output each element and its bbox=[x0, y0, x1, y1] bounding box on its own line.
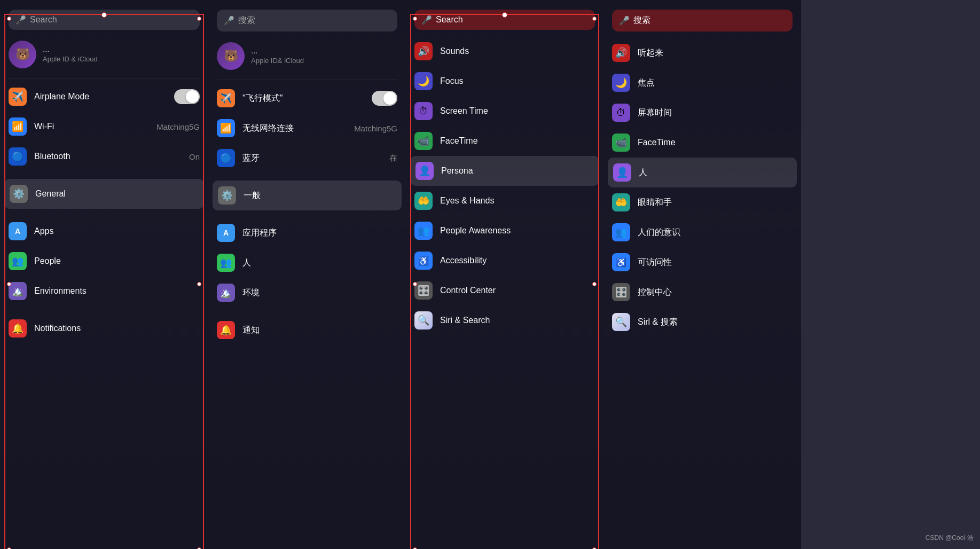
watermark: CSDN @Cool-浩 bbox=[926, 534, 974, 543]
persona-label-zh2: 人 bbox=[639, 167, 791, 178]
notifications-item-en1[interactable]: 🔔 Notifications bbox=[0, 313, 208, 343]
focus-label-en2: Focus bbox=[440, 76, 595, 86]
section-gap3-zh1 bbox=[208, 308, 406, 315]
screentime-item-en2[interactable]: ⏱ Screen Time bbox=[406, 96, 603, 126]
controlcenter-label-en2: Control Center bbox=[440, 286, 595, 295]
bluetooth-label-en1: Bluetooth bbox=[34, 152, 182, 161]
peopleawareness-icon-zh2: 👥 bbox=[612, 223, 630, 241]
divider-after-profile-en1 bbox=[9, 78, 200, 79]
eyeshands-label-en2: Eyes & Hands bbox=[440, 196, 595, 206]
eyeshands-icon-en2: 🤲 bbox=[414, 192, 433, 210]
airplane-mode-item-en1[interactable]: ✈️ Airplane Mode bbox=[0, 82, 208, 112]
wifi-item-en1[interactable]: 📶 Wi-Fi Matching5G bbox=[0, 112, 208, 142]
people-item-en1[interactable]: 👥 People bbox=[0, 246, 208, 276]
search-bar-en2[interactable]: 🎤 Search bbox=[414, 10, 595, 30]
persona-label-en2: Persona bbox=[441, 166, 594, 176]
mic-icon-zh2: 🎤 bbox=[620, 16, 629, 26]
panel-zh-1: 🎤 搜索 🐻 ··· Apple ID& iCloud ✈️ "飞行模式" bbox=[208, 0, 406, 549]
facetime-item-en2[interactable]: 📹 FaceTime bbox=[406, 126, 603, 156]
environments-item-en1[interactable]: 🏔️ Environments bbox=[0, 276, 208, 306]
sounds-icon-en2: 🔊 bbox=[414, 42, 433, 60]
apps-icon-zh1: A bbox=[217, 224, 235, 242]
screentime-icon-en2: ⏱ bbox=[414, 102, 433, 120]
general-item-en1[interactable]: ⚙️ General bbox=[4, 179, 204, 209]
people-item-zh1[interactable]: 👥 人 bbox=[208, 248, 406, 278]
facetime-icon-zh2: 📹 bbox=[612, 134, 630, 152]
eyeshands-item-en2[interactable]: 🤲 Eyes & Hands bbox=[406, 186, 603, 216]
controlcenter-item-zh2[interactable]: 🎛️ 控制中心 bbox=[603, 277, 801, 307]
airplane-icon-en1: ✈️ bbox=[9, 88, 27, 106]
environments-icon-en1: 🏔️ bbox=[9, 282, 27, 300]
profile-name-zh1: ··· bbox=[251, 48, 304, 57]
airplane-toggle-zh1[interactable] bbox=[372, 91, 397, 106]
sounds-label-en2: Sounds bbox=[440, 46, 595, 56]
eyeshands-icon-zh2: 🤲 bbox=[612, 193, 630, 211]
apps-item-en1[interactable]: A Apps bbox=[0, 216, 208, 246]
accessibility-item-en2[interactable]: ♿ Accessibility bbox=[406, 246, 603, 276]
facetime-item-zh2[interactable]: 📹 FaceTime bbox=[603, 128, 801, 158]
bluetooth-label-zh1: 蓝牙 bbox=[242, 153, 382, 164]
section-gap2-zh1 bbox=[208, 210, 406, 218]
focus-icon-zh2: 🌙 bbox=[612, 74, 630, 92]
eyeshands-label-zh2: 眼睛和手 bbox=[638, 197, 793, 208]
facetime-label-en2: FaceTime bbox=[440, 136, 595, 146]
eyeshands-item-zh2[interactable]: 🤲 眼睛和手 bbox=[603, 187, 801, 217]
section-gap-zh1 bbox=[208, 173, 406, 181]
sounds-item-en2[interactable]: 🔊 Sounds bbox=[406, 36, 603, 66]
environments-icon-zh1: 🏔️ bbox=[217, 284, 235, 302]
bluetooth-icon-en1: 🔵 bbox=[9, 147, 27, 166]
section-gap-en1 bbox=[0, 171, 208, 179]
screentime-item-zh2[interactable]: ⏱ 屏幕时间 bbox=[603, 98, 801, 128]
general-label-zh1: 一般 bbox=[244, 190, 396, 201]
profile-row-zh1[interactable]: 🐻 ··· Apple ID& iCloud bbox=[208, 38, 406, 76]
sounds-item-zh2[interactable]: 🔊 听起来 bbox=[603, 38, 801, 68]
general-icon-zh1: ⚙️ bbox=[218, 186, 236, 205]
sounds-label-zh2: 听起来 bbox=[638, 48, 793, 59]
sirisearch-item-en2[interactable]: 🔍 Siri & Search bbox=[406, 305, 603, 335]
panel-zh-1-content: 🎤 搜索 🐻 ··· Apple ID& iCloud ✈️ "飞行模式" bbox=[208, 10, 406, 549]
bluetooth-icon-zh1: 🔵 bbox=[217, 149, 235, 167]
airplane-toggle-en1[interactable] bbox=[174, 89, 200, 104]
people-label-en1: People bbox=[34, 256, 200, 266]
bluetooth-item-zh1[interactable]: 🔵 蓝牙 在 bbox=[208, 143, 406, 173]
screentime-label-en2: Screen Time bbox=[440, 106, 595, 116]
accessibility-icon-en2: ♿ bbox=[414, 252, 433, 270]
people-icon-en1: 👥 bbox=[9, 252, 27, 270]
notifications-item-zh1[interactable]: 🔔 通知 bbox=[208, 315, 406, 345]
search-bar-en1[interactable]: 🎤 Search bbox=[9, 10, 200, 30]
airplane-mode-item-zh1[interactable]: ✈️ "飞行模式" bbox=[208, 83, 406, 113]
peopleawareness-item-zh2[interactable]: 👥 人们的意识 bbox=[603, 217, 801, 247]
environments-label-en1: Environments bbox=[34, 286, 200, 296]
focus-item-zh2[interactable]: 🌙 焦点 bbox=[603, 68, 801, 98]
bluetooth-item-en1[interactable]: 🔵 Bluetooth On bbox=[0, 142, 208, 171]
wifi-label-zh1: 无线网络连接 bbox=[242, 123, 347, 134]
persona-item-zh2[interactable]: 👤 人 bbox=[608, 158, 797, 187]
avatar-zh1: 🐻 bbox=[217, 42, 245, 70]
search-label-en1: Search bbox=[30, 15, 57, 25]
controlcenter-label-zh2: 控制中心 bbox=[638, 287, 793, 298]
panel-en-1-content: 🎤 Search 🐻 ··· Apple ID & iCloud ✈️ Airp… bbox=[0, 10, 208, 549]
search-bar-zh2[interactable]: 🎤 搜索 bbox=[612, 10, 793, 32]
profile-sub-zh1: Apple ID& iCloud bbox=[251, 57, 304, 65]
sirisearch-item-zh2[interactable]: 🔍 Sirl & 搜索 bbox=[603, 307, 801, 337]
apps-item-zh1[interactable]: A 应用程序 bbox=[208, 218, 406, 248]
divider-after-profile-zh1 bbox=[217, 80, 397, 80]
panel-en-2-content: 🎤 Search 🔊 Sounds 🌙 Focus ⏱ Screen Time … bbox=[406, 10, 603, 549]
search-label-zh2: 搜索 bbox=[633, 15, 650, 26]
accessibility-item-zh2[interactable]: ♿ 可访问性 bbox=[603, 247, 801, 277]
general-label-en1: General bbox=[35, 189, 199, 199]
profile-row-en1[interactable]: 🐻 ··· Apple ID & iCloud bbox=[0, 36, 208, 75]
search-bar-zh1[interactable]: 🎤 搜索 bbox=[217, 10, 397, 32]
search-label-zh1: 搜索 bbox=[238, 15, 255, 26]
notifications-label-zh1: 通知 bbox=[242, 325, 397, 336]
wifi-icon-zh1: 📶 bbox=[217, 119, 235, 137]
wifi-item-zh1[interactable]: 📶 无线网络连接 Matching5G bbox=[208, 113, 406, 143]
environments-item-zh1[interactable]: 🏔️ 环境 bbox=[208, 278, 406, 308]
panel-zh-2: 🎤 搜索 🔊 听起来 🌙 焦点 ⏱ 屏幕时间 📹 FaceTime bbox=[603, 0, 801, 549]
peopleawareness-item-en2[interactable]: 👥 People Awareness bbox=[406, 216, 603, 246]
persona-item-en2[interactable]: 👤 Persona bbox=[410, 156, 599, 186]
controlcenter-item-en2[interactable]: 🎛️ Control Center bbox=[406, 276, 603, 305]
peopleawareness-icon-en2: 👥 bbox=[414, 222, 433, 240]
focus-item-en2[interactable]: 🌙 Focus bbox=[406, 66, 603, 96]
general-item-zh1[interactable]: ⚙️ 一般 bbox=[213, 181, 402, 210]
